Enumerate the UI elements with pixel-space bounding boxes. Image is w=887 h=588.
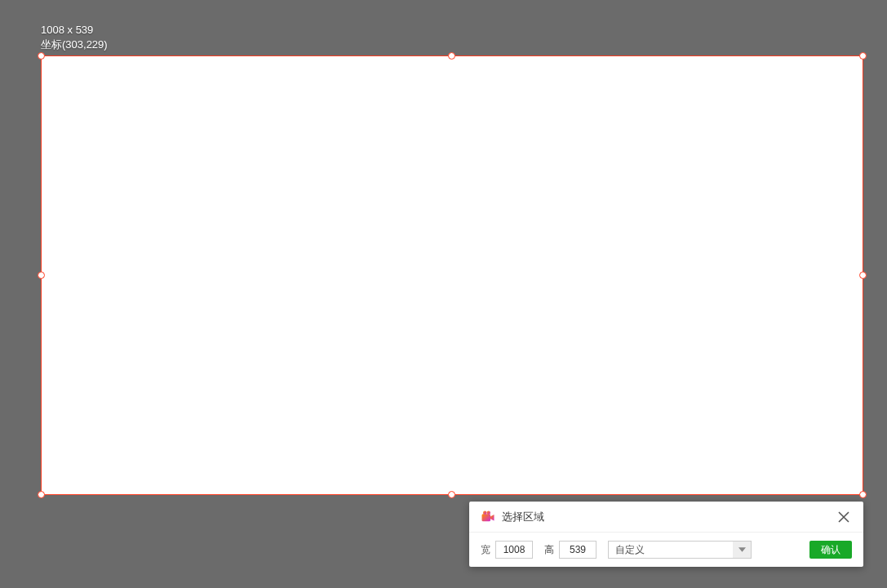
close-icon [838,511,849,523]
resize-handle-middle-right[interactable] [859,272,867,279]
svg-point-2 [487,511,491,515]
preset-select[interactable]: 自定义 [608,541,752,559]
close-button[interactable] [836,509,852,525]
selection-info-overlay: 1008 x 539 坐标(303,229) [41,23,108,52]
resize-handle-top-middle[interactable] [448,52,455,60]
svg-point-1 [483,511,487,515]
coordinates-text: 坐标(303,229) [41,38,108,52]
panel-header: 选择区域 [469,502,863,533]
panel-body: 宽 高 自定义 确认 [469,533,863,567]
width-input[interactable] [495,541,533,559]
resize-handle-bottom-right[interactable] [859,491,867,498]
resize-handle-bottom-left[interactable] [38,491,45,498]
resize-handle-middle-left[interactable] [38,272,45,279]
width-label: 宽 [481,543,490,557]
control-panel: 选择区域 宽 高 自定义 确认 [469,502,863,567]
chevron-down-icon [738,547,746,552]
recorder-icon [481,510,495,524]
dimensions-text: 1008 x 539 [41,23,108,38]
svg-rect-0 [482,514,491,521]
resize-handle-top-right[interactable] [859,52,867,60]
dropdown-caret [733,542,751,558]
panel-title: 选择区域 [502,510,544,524]
preset-selected-label: 自定义 [615,543,645,557]
resize-handle-top-left[interactable] [38,52,45,60]
height-label: 高 [544,543,554,557]
selection-area[interactable] [41,55,863,495]
height-input[interactable] [559,541,597,559]
resize-handle-bottom-middle[interactable] [448,491,455,498]
confirm-button[interactable]: 确认 [809,541,852,559]
